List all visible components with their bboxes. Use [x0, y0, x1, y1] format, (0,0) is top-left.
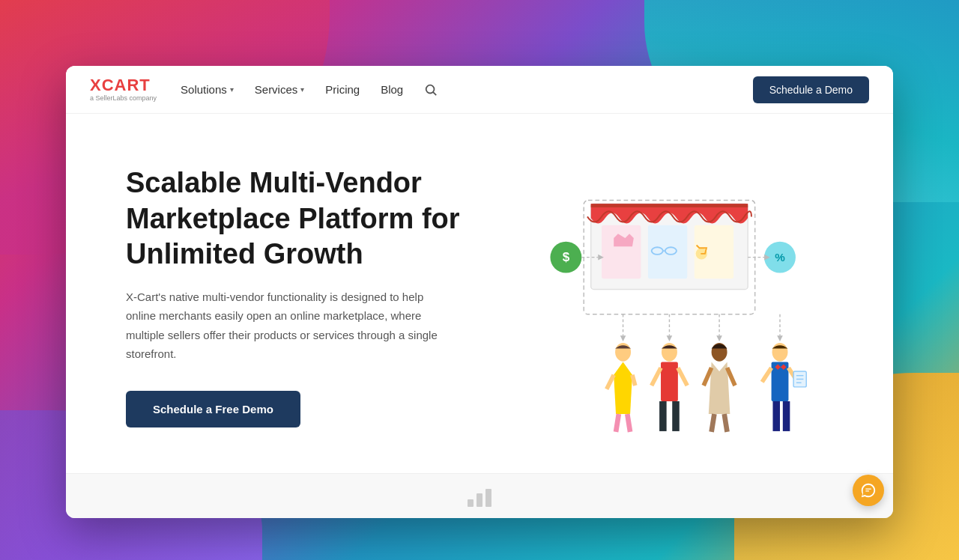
logo-x: X — [90, 76, 102, 94]
svg-marker-22 — [667, 335, 673, 341]
solutions-label: Solutions — [181, 83, 227, 96]
solutions-chevron-icon: ▾ — [230, 85, 234, 94]
chart-bar-icon — [465, 484, 494, 508]
svg-marker-26 — [777, 335, 783, 341]
chat-widget-button[interactable] — [853, 475, 884, 506]
svg-line-40 — [727, 368, 735, 386]
svg-text:%: % — [775, 251, 785, 264]
svg-rect-4 — [648, 225, 687, 279]
svg-rect-3 — [602, 225, 641, 279]
nav-services[interactable]: Services ▾ — [255, 80, 305, 99]
svg-rect-56 — [477, 493, 482, 507]
blog-label: Blog — [381, 83, 403, 96]
svg-line-37 — [678, 368, 687, 386]
nav-solutions[interactable]: Solutions ▾ — [181, 80, 234, 99]
svg-line-30 — [616, 414, 619, 432]
svg-line-47 — [762, 368, 771, 382]
nav-links: Solutions ▾ Services ▾ Pricing Blog — [181, 80, 753, 100]
svg-rect-46 — [783, 401, 790, 431]
svg-point-0 — [426, 85, 435, 93]
hero-title: Scalable Multi-Vendor Marketplace Platfo… — [126, 165, 482, 273]
marketplace-illustration: $ % — [512, 144, 869, 449]
svg-marker-24 — [716, 335, 722, 341]
logo-cart: CART — [102, 76, 151, 94]
svg-rect-45 — [772, 401, 780, 431]
nav-cta-area: Schedule a Demo — [753, 76, 869, 103]
svg-line-29 — [632, 375, 635, 386]
logo[interactable]: XCART a SellerLabs company — [90, 77, 157, 102]
hero-section: Scalable Multi-Vendor Marketplace Platfo… — [66, 114, 893, 473]
svg-line-28 — [607, 375, 614, 389]
svg-line-31 — [627, 414, 630, 432]
logo-text: XCART — [90, 77, 157, 94]
svg-rect-35 — [672, 401, 680, 431]
hero-left: Scalable Multi-Vendor Marketplace Platfo… — [126, 144, 512, 449]
services-label: Services — [255, 83, 298, 96]
logo-tagline: a SellerLabs company — [90, 94, 157, 102]
services-chevron-icon: ▾ — [300, 85, 304, 94]
browser-window: XCART a SellerLabs company Solutions ▾ S… — [66, 66, 893, 518]
svg-line-1 — [433, 92, 436, 95]
svg-line-41 — [712, 414, 715, 432]
svg-rect-57 — [485, 489, 491, 507]
nav-schedule-demo-button[interactable]: Schedule a Demo — [753, 76, 869, 103]
navbar: XCART a SellerLabs company Solutions ▾ S… — [66, 66, 893, 114]
pricing-label: Pricing — [325, 83, 360, 96]
svg-line-36 — [652, 368, 661, 386]
hero-illustration: $ % — [512, 144, 869, 449]
chat-icon — [860, 482, 877, 499]
svg-rect-34 — [659, 401, 667, 431]
nav-search[interactable] — [424, 80, 438, 100]
hero-schedule-demo-button[interactable]: Schedule a Free Demo — [126, 391, 300, 427]
svg-text:$: $ — [563, 249, 570, 264]
svg-rect-44 — [772, 362, 789, 401]
svg-marker-20 — [620, 335, 626, 341]
svg-rect-33 — [661, 362, 678, 401]
svg-line-39 — [704, 368, 711, 386]
svg-line-42 — [724, 414, 727, 432]
bottom-bar — [66, 473, 893, 518]
svg-rect-55 — [468, 499, 474, 507]
search-icon — [424, 83, 438, 97]
hero-description: X-Cart's native multi-vendor functionali… — [126, 287, 448, 364]
nav-pricing[interactable]: Pricing — [325, 80, 360, 99]
nav-blog[interactable]: Blog — [381, 80, 403, 99]
